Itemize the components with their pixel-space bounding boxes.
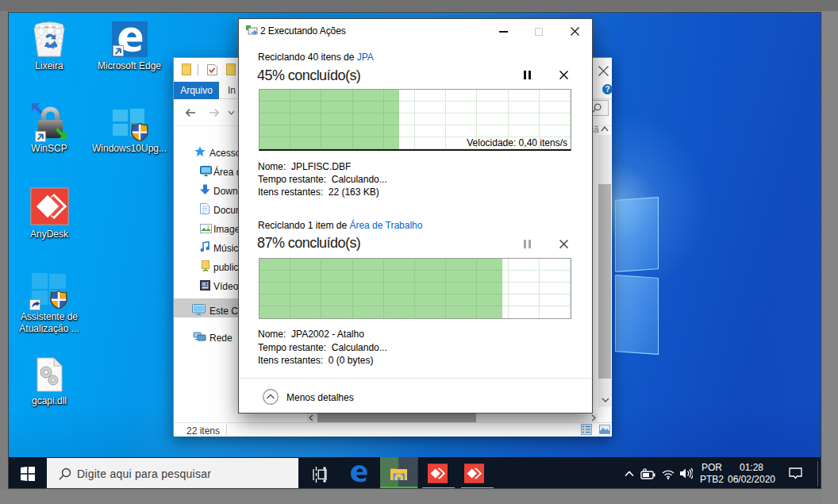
svg-text:?: ? [605,85,609,94]
